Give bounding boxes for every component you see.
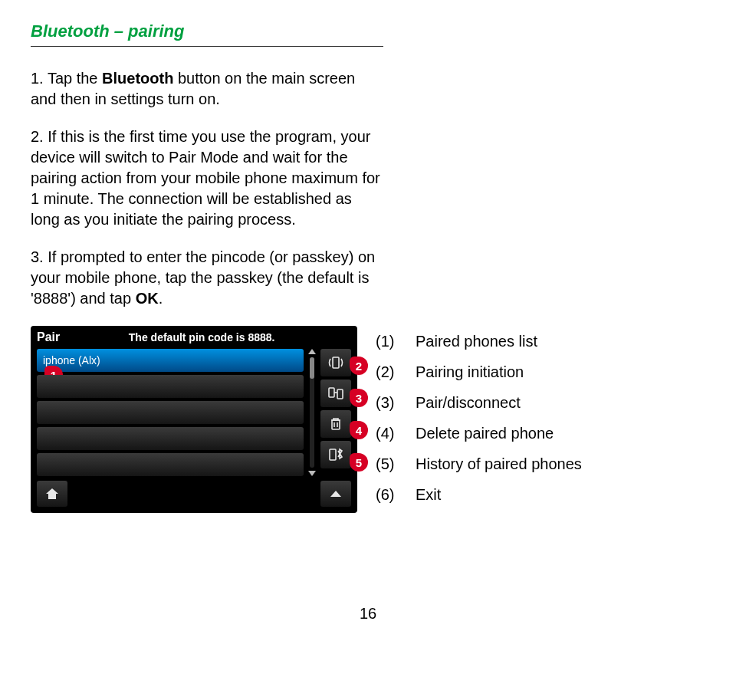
pairing-initiation-button[interactable] xyxy=(320,349,351,376)
list-item[interactable] xyxy=(37,453,304,476)
list-item-label: iphone (Alx) xyxy=(43,354,100,366)
section-rule xyxy=(31,46,383,47)
legend-text: History of paired phones xyxy=(416,449,582,479)
list-item[interactable] xyxy=(37,375,304,398)
device-subtitle: The default pin code is 8888. xyxy=(129,331,275,343)
home-button[interactable] xyxy=(37,481,67,507)
chevron-up-icon xyxy=(328,486,343,501)
home-icon xyxy=(44,485,61,502)
legend-text: Delete paired phone xyxy=(416,418,554,449)
legend-item: (3)Pair/disconnect xyxy=(376,387,582,418)
step-bold: Bluetooth xyxy=(102,70,173,87)
legend-num: (4) xyxy=(376,418,403,449)
legend-num: (2) xyxy=(376,357,403,387)
text-column: 1. Tap the Bluetooth button on the main … xyxy=(31,68,383,309)
svg-rect-1 xyxy=(329,388,334,397)
step-text: If prompted to enter the pincode (or pas… xyxy=(31,248,375,307)
legend-item: (1)Paired phones list xyxy=(376,326,582,357)
callout-badge-5: 5 xyxy=(350,453,368,472)
scroll-up-icon[interactable] xyxy=(308,349,316,354)
step-num: 1. xyxy=(31,70,44,87)
legend-item: (4)Delete paired phone xyxy=(376,418,582,449)
step-2: 2. If this is the first time you use the… xyxy=(31,127,383,230)
callout-badge-3: 3 xyxy=(350,389,368,407)
legend-num: (3) xyxy=(376,387,403,418)
pair-phone-waves-icon xyxy=(327,353,345,372)
legend-text: Pairing initiation xyxy=(416,357,524,387)
history-button[interactable] xyxy=(320,441,351,468)
callout-badge-2: 2 xyxy=(350,357,368,375)
step-3: 3. If prompted to enter the pincode (or … xyxy=(31,247,383,309)
device-screenshot: Pair The default pin code is 8888. iphon… xyxy=(31,326,357,513)
legend-num: (5) xyxy=(376,449,403,479)
legend-item: (5)History of paired phones xyxy=(376,449,582,479)
phone-bluetooth-icon xyxy=(327,445,345,464)
page-number: 16 xyxy=(31,605,705,623)
step-num: 2. xyxy=(31,128,44,145)
step-bold: OK xyxy=(136,290,159,307)
svg-rect-3 xyxy=(332,420,340,429)
list-item[interactable] xyxy=(37,401,304,424)
legend-item: (6)Exit xyxy=(376,479,582,510)
side-buttons xyxy=(320,349,351,476)
device-title: Pair xyxy=(37,330,60,344)
section-heading: Bluetooth – pairing xyxy=(31,21,705,41)
step-text: Tap the xyxy=(48,70,102,87)
delete-paired-button[interactable] xyxy=(320,410,351,438)
step-num: 3. xyxy=(31,248,44,265)
phones-link-icon xyxy=(327,384,345,403)
svg-rect-4 xyxy=(330,449,336,460)
svg-rect-0 xyxy=(333,357,339,368)
trash-icon xyxy=(327,416,344,432)
legend-text: Exit xyxy=(416,479,441,510)
scroll-track[interactable] xyxy=(310,357,314,468)
legend-text: Paired phones list xyxy=(416,326,537,357)
step-text: . xyxy=(159,290,163,307)
legend-item: (2)Pairing initiation xyxy=(376,357,582,387)
list-scrollbar[interactable] xyxy=(308,349,316,476)
list-item-selected[interactable]: iphone (Alx) 1 xyxy=(37,349,304,372)
step-1: 1. Tap the Bluetooth button on the main … xyxy=(31,68,383,110)
legend-num: (6) xyxy=(376,479,403,510)
callout-badge-4: 4 xyxy=(350,421,368,439)
pair-disconnect-button[interactable] xyxy=(320,380,351,407)
collapse-button[interactable] xyxy=(320,481,351,507)
legend-text: Pair/disconnect xyxy=(416,387,521,418)
legend-num: (1) xyxy=(376,326,403,357)
step-text: If this is the first time you use the pr… xyxy=(31,128,380,228)
scroll-thumb[interactable] xyxy=(310,357,314,379)
legend-list: (1)Paired phones list (2)Pairing initiat… xyxy=(376,326,582,510)
svg-rect-2 xyxy=(337,389,343,399)
list-item[interactable] xyxy=(37,427,304,450)
paired-list: iphone (Alx) 1 xyxy=(37,349,304,476)
scroll-down-icon[interactable] xyxy=(308,471,316,476)
